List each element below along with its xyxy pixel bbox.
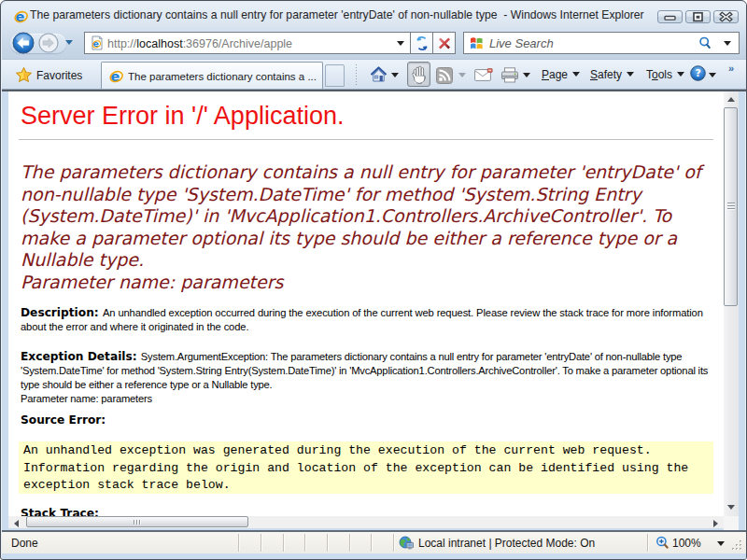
scroll-down-button[interactable] — [724, 499, 739, 515]
status-cell-divider — [304, 534, 305, 552]
thumb-grip — [727, 208, 735, 209]
stack-trace-label: Stack Trace: — [21, 507, 99, 516]
maximize-button[interactable] — [685, 10, 711, 23]
maximize-icon — [686, 11, 710, 22]
scroll-right-button[interactable] — [708, 516, 724, 528]
close-icon — [714, 11, 738, 22]
window-title: The parameters dictionary contains a nul… — [30, 8, 644, 21]
thumb-grip — [134, 520, 134, 525]
tools-menu[interactable]: Tools — [646, 68, 684, 81]
url-scheme: http:// — [107, 37, 136, 50]
description-paragraph: Description: An unhandled exception occu… — [21, 306, 703, 334]
thumb-grip — [136, 520, 137, 525]
heading-rule — [19, 139, 713, 140]
status-cell-divider — [371, 534, 372, 552]
status-text: Done — [11, 537, 38, 550]
stop-button[interactable] — [433, 33, 456, 53]
forward-button[interactable] — [38, 33, 59, 53]
address-dropdown[interactable] — [397, 41, 404, 46]
refresh-icon — [414, 35, 430, 51]
url-path: :36976/Archive/apple — [183, 37, 292, 50]
horizontal-scroll-thumb[interactable] — [26, 516, 248, 527]
right-arrow-icon — [713, 520, 718, 527]
favorites-button[interactable]: Favorites — [9, 63, 95, 88]
feeds-button[interactable] — [434, 63, 455, 88]
vertical-scroll-thumb[interactable] — [724, 107, 738, 306]
refresh-stop-group — [410, 32, 456, 54]
search-icon[interactable] — [697, 35, 712, 51]
vertical-scrollbar[interactable] — [724, 91, 739, 531]
left-arrow-icon — [14, 520, 19, 527]
search-box[interactable]: Live Search — [463, 32, 740, 54]
home-button[interactable] — [368, 63, 390, 88]
feeds-dropdown[interactable] — [458, 73, 466, 77]
tab-ie-icon: e — [109, 69, 123, 83]
status-cell-divider — [393, 534, 394, 552]
home-dropdown[interactable] — [391, 73, 399, 77]
read-mail-button[interactable] — [472, 63, 495, 88]
source-error-label: Source Error: — [21, 413, 106, 427]
minimize-button[interactable] — [657, 10, 683, 23]
safety-menu-arrow — [627, 72, 634, 77]
page-icon: e — [90, 35, 105, 50]
favorites-label: Favorites — [36, 69, 82, 82]
up-arrow-icon — [727, 97, 735, 102]
hand-tool-button[interactable] — [407, 62, 430, 87]
ie-logo-icon: e — [14, 9, 28, 23]
new-tab-button[interactable] — [325, 64, 345, 87]
status-cell-divider — [283, 534, 284, 552]
print-button[interactable] — [499, 63, 521, 88]
resize-grip[interactable] — [731, 540, 743, 552]
address-bar[interactable]: e http://localhost:36976/Archive/apple — [84, 32, 410, 54]
navigation-bar: e http://localhost:36976/Archive/apple — [2, 27, 747, 60]
search-placeholder: Live Search — [489, 36, 554, 50]
exception-message: The parameters dictionary contains a nul… — [21, 161, 701, 293]
source-error-box: An unhandled exception was generated dur… — [19, 441, 713, 494]
exception-details-paragraph: Exception Details: System.ArgumentExcept… — [21, 350, 708, 406]
status-bar: Done Local intranet | Protected Mode: On… — [2, 532, 747, 553]
printer-icon — [500, 67, 519, 83]
star-icon — [16, 67, 32, 83]
window-chrome: e The parameters dictionary contains a n… — [2, 2, 747, 59]
horizontal-scrollbar[interactable] — [8, 516, 724, 528]
command-bar: Favorites e The parameters dictionary co… — [2, 59, 747, 90]
safety-menu[interactable]: Safety — [590, 68, 634, 81]
live-search-flag-icon — [469, 35, 485, 51]
window-bottom-band — [2, 553, 747, 560]
down-arrow-icon — [727, 505, 735, 510]
active-tab[interactable]: e The parameters dictionary contains a .… — [101, 62, 323, 91]
title-bar[interactable]: e The parameters dictionary contains a n… — [2, 2, 747, 27]
search-options-dropdown[interactable] — [724, 41, 731, 46]
thumb-grip — [727, 203, 735, 203]
zoom-level: 100% — [672, 537, 701, 550]
print-dropdown[interactable] — [523, 73, 530, 77]
thumb-grip — [139, 520, 140, 525]
server-error-heading: Server Error in '/' Application. — [21, 101, 344, 131]
zoom-dropdown[interactable] — [717, 541, 725, 546]
status-cell-divider — [647, 534, 648, 552]
url-text: http://localhost:36976/Archive/apple — [107, 37, 292, 50]
tools-menu-arrow — [677, 72, 684, 77]
minimize-icon — [658, 11, 682, 22]
page-menu-arrow — [572, 72, 580, 77]
rss-icon — [436, 67, 453, 84]
zoom-icon — [655, 536, 669, 550]
close-button[interactable] — [713, 10, 739, 23]
refresh-button[interactable] — [411, 33, 433, 53]
error-page: Server Error in '/' Application. The par… — [8, 91, 724, 516]
scroll-left-button[interactable] — [8, 516, 24, 528]
scroll-up-button[interactable] — [724, 91, 739, 107]
recent-pages-dropdown[interactable] — [65, 40, 73, 45]
source-error-text: An unhandled exception was generated dur… — [23, 442, 688, 495]
back-button[interactable] — [12, 32, 35, 54]
stop-icon — [436, 35, 453, 51]
status-cell-divider — [327, 534, 328, 552]
scrollbar-corner — [724, 516, 739, 531]
svg-text:?: ? — [695, 67, 700, 79]
toolbar-overflow-chevron[interactable]: » — [728, 63, 733, 74]
page-menu[interactable]: Page — [542, 68, 580, 81]
hand-icon — [411, 65, 428, 84]
help-button[interactable]: ? — [690, 65, 706, 81]
mail-icon — [474, 68, 493, 82]
help-dropdown[interactable] — [709, 73, 716, 77]
